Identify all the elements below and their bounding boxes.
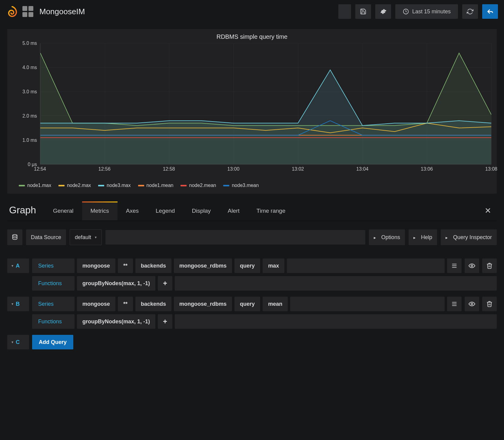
metric-segment[interactable]: backends bbox=[135, 297, 171, 311]
legend-swatch bbox=[138, 185, 144, 186]
legend-label: node3.max bbox=[107, 183, 131, 188]
legend-item[interactable]: node1.mean bbox=[138, 183, 174, 188]
metric-segment[interactable]: mongoose_rdbms bbox=[174, 297, 232, 311]
tab-time-range[interactable]: Time range bbox=[248, 202, 294, 220]
tab-metrics[interactable]: Metrics bbox=[82, 202, 118, 220]
legend-label: node2.max bbox=[67, 183, 91, 188]
grafana-logo[interactable] bbox=[6, 5, 18, 18]
metric-segment[interactable]: backends bbox=[135, 258, 171, 273]
settings-button[interactable] bbox=[375, 4, 391, 19]
metric-segment[interactable]: mongoose bbox=[77, 297, 115, 311]
query-toggle[interactable]: ▾A bbox=[7, 258, 29, 273]
x-tick: 12:56 bbox=[98, 166, 111, 172]
caret-down-icon: ▾ bbox=[12, 264, 13, 268]
legend-item[interactable]: node2.mean bbox=[181, 183, 216, 188]
options-button[interactable]: Options bbox=[369, 229, 405, 245]
query-toggle[interactable]: ▾C bbox=[7, 335, 29, 349]
function-segment[interactable]: groupByNodes(max, 1, -1) bbox=[77, 314, 155, 329]
tab-general[interactable]: General bbox=[45, 202, 82, 220]
metric-segment[interactable]: max bbox=[263, 258, 284, 273]
query-toggle[interactable]: ▾B bbox=[7, 297, 29, 311]
query-menu-button[interactable] bbox=[447, 297, 462, 311]
metric-segment[interactable]: mongoose_rdbms bbox=[174, 258, 232, 273]
caret-down-icon: ▾ bbox=[95, 235, 97, 239]
y-tick: 4.0 ms bbox=[22, 65, 37, 70]
legend-item[interactable]: node2.max bbox=[58, 183, 91, 188]
refresh-button[interactable] bbox=[462, 4, 478, 19]
svg-point-5 bbox=[471, 265, 473, 267]
back-button[interactable] bbox=[482, 4, 498, 19]
query-row: ▾ASeriesmongoose**backendsmongoose_rdbms… bbox=[7, 258, 497, 294]
delete-query-button[interactable] bbox=[482, 297, 497, 311]
top-bar: MongooseIM Last 15 minutes bbox=[0, 0, 504, 23]
x-tick: 13:02 bbox=[292, 166, 304, 172]
legend-swatch bbox=[181, 185, 187, 186]
legend-item[interactable]: node3.max bbox=[98, 183, 131, 188]
query-letter: A bbox=[16, 263, 20, 269]
query-inspector-button[interactable]: Query Inspector bbox=[441, 229, 497, 245]
data-source-label: Data Source bbox=[26, 229, 66, 245]
tab-alert[interactable]: Alert bbox=[219, 202, 248, 220]
query-letter: C bbox=[16, 339, 20, 345]
legend-label: node2.mean bbox=[189, 183, 216, 188]
legend-label: node1.mean bbox=[147, 183, 174, 188]
toggle-visibility-button[interactable] bbox=[465, 297, 479, 311]
x-tick: 13:08 bbox=[485, 166, 497, 172]
toggle-visibility-button[interactable] bbox=[465, 258, 479, 273]
tab-display[interactable]: Display bbox=[183, 202, 219, 220]
metric-segment[interactable]: query bbox=[234, 258, 260, 273]
legend-swatch bbox=[223, 185, 229, 186]
editor-title: Graph bbox=[7, 201, 45, 221]
x-tick: 13:04 bbox=[356, 166, 368, 172]
metric-segment[interactable]: ** bbox=[118, 258, 133, 273]
delete-query-button[interactable] bbox=[482, 258, 497, 273]
add-function-button[interactable]: + bbox=[158, 314, 172, 329]
metric-segment[interactable]: query bbox=[234, 297, 260, 311]
metric-segment[interactable]: ** bbox=[118, 297, 133, 311]
svg-point-9 bbox=[471, 303, 473, 305]
y-axis: 0 μs1.0 ms2.0 ms3.0 ms4.0 ms5.0 ms bbox=[13, 43, 40, 165]
query-row: ▾BSeriesmongoose**backendsmongoose_rdbms… bbox=[7, 297, 497, 332]
metric-segment[interactable]: mean bbox=[263, 297, 288, 311]
add-panel-button[interactable] bbox=[338, 4, 351, 19]
caret-down-icon: ▾ bbox=[12, 340, 13, 344]
tab-axes[interactable]: Axes bbox=[118, 202, 147, 220]
function-segment[interactable]: groupByNodes(max, 1, -1) bbox=[77, 276, 155, 291]
x-tick: 13:00 bbox=[227, 166, 240, 172]
data-source-row: Data Source default ▾ Options Help Query… bbox=[7, 229, 497, 245]
dashboard-title[interactable]: MongooseIM bbox=[39, 7, 85, 16]
time-range-label: Last 15 minutes bbox=[412, 8, 451, 15]
legend-item[interactable]: node1.max bbox=[19, 183, 51, 188]
functions-label: Functions bbox=[32, 314, 75, 329]
datasource-icon[interactable] bbox=[7, 229, 22, 245]
data-source-select[interactable]: default ▾ bbox=[70, 229, 102, 245]
chart-plot[interactable] bbox=[40, 43, 491, 165]
close-editor-button[interactable]: ✕ bbox=[479, 206, 497, 215]
svg-point-1 bbox=[13, 235, 17, 236]
legend-swatch bbox=[19, 185, 25, 186]
y-tick: 3.0 ms bbox=[22, 89, 37, 95]
legend-swatch bbox=[58, 185, 65, 186]
time-range-picker[interactable]: Last 15 minutes bbox=[395, 4, 458, 19]
tab-legend[interactable]: Legend bbox=[147, 202, 183, 220]
chart-area[interactable]: 0 μs1.0 ms2.0 ms3.0 ms4.0 ms5.0 ms bbox=[13, 43, 491, 165]
editor-header: Graph GeneralMetricsAxesLegendDisplayAle… bbox=[7, 201, 497, 221]
add-query-button[interactable]: Add Query bbox=[32, 335, 73, 349]
add-function-button[interactable]: + bbox=[158, 276, 172, 291]
chart-legend: node1.maxnode2.maxnode3.maxnode1.meannod… bbox=[13, 183, 491, 188]
series-label: Series bbox=[32, 258, 75, 273]
save-button[interactable] bbox=[355, 4, 371, 19]
metric-segment[interactable]: mongoose bbox=[77, 258, 115, 273]
legend-item[interactable]: node3.mean bbox=[223, 183, 259, 188]
help-button[interactable]: Help bbox=[409, 229, 437, 245]
dashboard-grid-icon[interactable] bbox=[22, 6, 33, 17]
query-row: ▾CAdd Query bbox=[7, 335, 497, 349]
caret-down-icon: ▾ bbox=[12, 302, 13, 306]
query-menu-button[interactable] bbox=[447, 258, 462, 273]
series-label: Series bbox=[32, 297, 75, 311]
y-tick: 1.0 ms bbox=[22, 138, 37, 143]
y-tick: 2.0 ms bbox=[22, 113, 37, 119]
legend-label: node3.mean bbox=[232, 183, 259, 188]
panel-title: RDBMS simple query time bbox=[13, 33, 491, 40]
query-editor: ▾ASeriesmongoose**backendsmongoose_rdbms… bbox=[7, 258, 497, 349]
